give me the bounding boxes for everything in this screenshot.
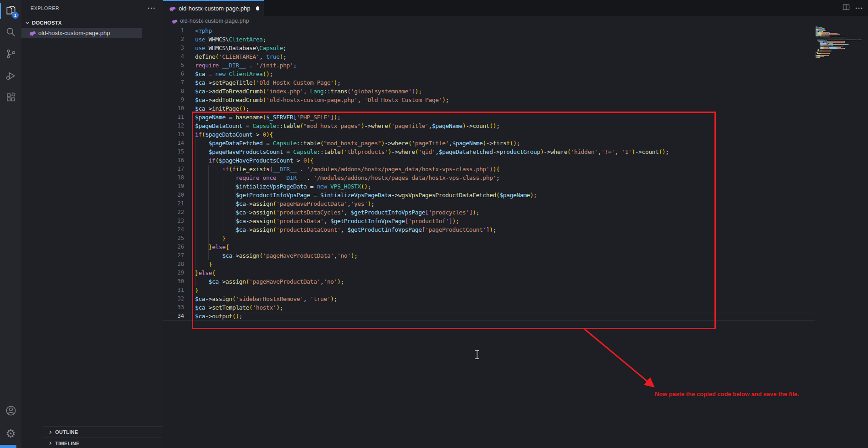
minimap[interactable] bbox=[816, 26, 868, 58]
line-number: 2 bbox=[163, 35, 184, 44]
line-number: 19 bbox=[163, 182, 184, 191]
line-number: 1 bbox=[163, 26, 184, 35]
code-line[interactable]: 9$ca->addToBreadCrumb('old-hostx-custom-… bbox=[163, 96, 669, 104]
line-number: 20 bbox=[163, 191, 184, 199]
explorer-more-actions-icon[interactable]: ··· bbox=[148, 4, 156, 12]
code-line[interactable]: 4define('CLIENTAREA', true); bbox=[163, 52, 669, 61]
line-number: 12 bbox=[163, 122, 184, 130]
activity-source-control[interactable] bbox=[0, 44, 21, 66]
line-number: 18 bbox=[163, 173, 184, 182]
line-number: 17 bbox=[163, 165, 184, 173]
activity-settings[interactable]: ⚙ bbox=[0, 423, 21, 444]
chevron-right-icon bbox=[47, 429, 53, 435]
line-number: 13 bbox=[163, 130, 184, 139]
annotation-arrow bbox=[570, 319, 688, 396]
gear-icon: ⚙ bbox=[5, 428, 15, 439]
extensions-icon bbox=[5, 92, 16, 105]
chevron-down-icon bbox=[24, 20, 31, 26]
line-number: 11 bbox=[163, 113, 184, 122]
line-number: 10 bbox=[163, 104, 184, 113]
timeline-label: TIMELINE bbox=[55, 441, 80, 446]
account-icon bbox=[5, 405, 17, 418]
code-line[interactable]: 6$ca = new ClientArea(); bbox=[163, 70, 669, 78]
line-number: 26 bbox=[163, 243, 184, 251]
outline-label: OUTLINE bbox=[55, 429, 78, 435]
code-line[interactable]: 2use WHMCS\ClientArea; bbox=[163, 35, 669, 44]
line-number: 29 bbox=[163, 269, 184, 277]
source-control-icon bbox=[5, 48, 16, 61]
file-row-selected[interactable]: old-hostx-custom-page.php bbox=[21, 28, 142, 38]
tab-bar: old-hostx-custom-page.php ··· bbox=[163, 0, 868, 16]
line-number: 24 bbox=[163, 225, 184, 234]
editor-more-actions-icon[interactable]: ··· bbox=[855, 4, 863, 12]
php-elephant-icon bbox=[29, 30, 36, 36]
line-number: 31 bbox=[163, 286, 184, 295]
folder-name: DOCHOSTX bbox=[32, 20, 62, 25]
activity-run-debug[interactable] bbox=[0, 66, 21, 87]
line-number: 8 bbox=[163, 87, 184, 96]
annotation-note: Now paste the copied code below and save… bbox=[655, 391, 799, 397]
file-name: old-hostx-custom-page.php bbox=[38, 30, 110, 36]
text-cursor-pointer bbox=[474, 350, 480, 361]
line-number: 6 bbox=[163, 70, 184, 78]
minimap-line bbox=[816, 57, 867, 58]
line-number: 7 bbox=[163, 78, 184, 87]
line-number: 14 bbox=[163, 139, 184, 148]
code-line[interactable]: 1<?php bbox=[163, 26, 669, 35]
line-number: 3 bbox=[163, 44, 184, 52]
code-line[interactable]: 3use WHMCS\Database\Capsule; bbox=[163, 44, 669, 52]
search-icon bbox=[5, 26, 16, 40]
line-number: 16 bbox=[163, 156, 184, 165]
code-line[interactable]: 8$ca->addToBreadCrumb('index.php', Lang:… bbox=[163, 87, 669, 96]
line-number: 30 bbox=[163, 277, 184, 286]
activity-search[interactable] bbox=[0, 22, 21, 44]
chevron-right-icon bbox=[47, 440, 53, 446]
breadcrumb-item[interactable]: old-hostx-custom-page.php bbox=[180, 18, 249, 24]
line-number: 4 bbox=[163, 52, 184, 61]
activity-explorer[interactable]: 1 bbox=[0, 0, 21, 22]
line-number: 25 bbox=[163, 234, 184, 243]
status-bar-remote-stub[interactable] bbox=[0, 445, 16, 448]
sidebar-header: EXPLORER ··· bbox=[21, 0, 163, 16]
annotation-rectangle bbox=[192, 112, 716, 329]
code-line[interactable]: 7$ca->setPageTitle('Old Hostx Custom Pag… bbox=[163, 78, 669, 87]
line-number: 33 bbox=[163, 303, 184, 312]
line-number: 28 bbox=[163, 260, 184, 269]
activity-extensions[interactable] bbox=[0, 87, 21, 109]
breadcrumb: old-hostx-custom-page.php bbox=[163, 16, 868, 26]
debug-icon bbox=[5, 70, 16, 83]
line-number: 15 bbox=[163, 148, 184, 156]
activity-bar: 1 bbox=[0, 0, 21, 448]
split-editor-icon[interactable] bbox=[842, 4, 850, 13]
folder-row-dochostx[interactable]: DOCHOSTX bbox=[21, 18, 163, 28]
modified-dot-icon[interactable] bbox=[256, 6, 259, 10]
explorer-sidebar: EXPLORER ··· DOCHOSTX old-hostx-custom-p… bbox=[21, 0, 164, 448]
line-number: 22 bbox=[163, 208, 184, 217]
activity-accounts[interactable] bbox=[0, 401, 21, 423]
line-number: 23 bbox=[163, 217, 184, 225]
line-number: 21 bbox=[163, 199, 184, 208]
line-number: 5 bbox=[163, 61, 184, 70]
line-number: 32 bbox=[163, 295, 184, 303]
php-elephant-icon bbox=[169, 5, 176, 12]
tab-title: old-hostx-custom-page.php bbox=[179, 5, 251, 12]
php-elephant-icon bbox=[172, 18, 178, 24]
code-line[interactable]: 5require __DIR__ . '/init.php'; bbox=[163, 61, 669, 70]
tab-old-hostx-custom-page[interactable]: old-hostx-custom-page.php bbox=[163, 0, 264, 16]
line-number: 34 bbox=[163, 312, 184, 321]
explorer-badge: 1 bbox=[12, 12, 19, 19]
sidebar-title: EXPLORER bbox=[31, 5, 59, 11]
line-number: 27 bbox=[163, 251, 184, 260]
line-number: 9 bbox=[163, 96, 184, 104]
